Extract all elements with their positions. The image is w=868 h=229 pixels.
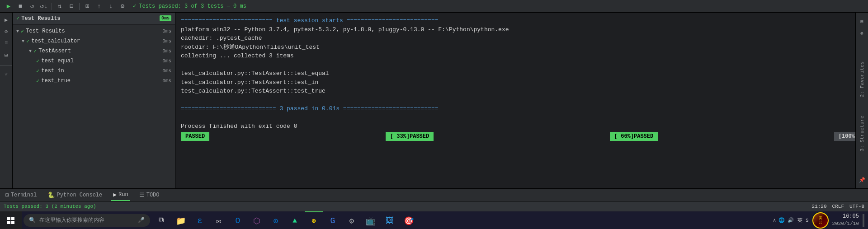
output-line-test3: test_calculator.py::TestAssert::test_tru… [181, 87, 863, 96]
right-vertical-tabs: ⊞ ⊗ 2: Favorites 3: Structure 📌 [855, 13, 868, 188]
status-bar: Tests passed: 3 (2 minutes ago) 21:20 CR… [0, 201, 868, 211]
tab-todo[interactable]: ☰ TODO [137, 189, 161, 201]
tab-python-console[interactable]: 🐍 Python Console [46, 189, 104, 201]
tree-item-time: 0ms [162, 68, 171, 74]
user-avatar[interactable]: 美芸 [812, 212, 829, 229]
outlook-icon: O [236, 216, 241, 225]
arrow-icon: ▼ [22, 39, 24, 44]
show-desktop-button[interactable] [863, 214, 864, 227]
tree-item-equal[interactable]: ✓ test_equal 0ms [13, 56, 175, 66]
svg-rect-2 [7, 221, 10, 224]
tree-item-time: 0ms [162, 58, 171, 64]
check-icon: ✓ [36, 58, 39, 65]
vtab-favorites[interactable]: 2: Favorites [859, 61, 865, 97]
app-edge[interactable]: ε [191, 211, 209, 229]
export-up-button[interactable]: ↑ [94, 1, 104, 11]
tree-item-true[interactable]: ✓ test_true 0ms [13, 76, 175, 86]
vtab-structure[interactable]: 3: Structure [859, 116, 865, 151]
tree-item-label: test_true [41, 78, 71, 84]
app-vs[interactable]: ⬡ [248, 211, 266, 229]
app-tools1[interactable]: ⊙ [267, 211, 285, 229]
tab-run[interactable]: ▶ Run [111, 189, 130, 201]
vs-icon: ⬡ [253, 216, 260, 226]
extra-icon: 🎯 [404, 216, 414, 226]
tree-item-in[interactable]: ✓ test_in 0ms [13, 66, 175, 76]
test-info-status: Tests passed: 3 (2 minutes ago) [4, 204, 96, 209]
vtab-icon-pin[interactable]: 📌 [857, 175, 867, 185]
tree-item-assert[interactable]: ▼ ✓ TestAssert 0ms [13, 46, 175, 56]
taskbar-tray: ∧ 🌐 🔊 英 S 美芸 16:05 2020/1/10 [773, 212, 868, 229]
app-extra[interactable]: 🎯 [400, 211, 418, 229]
vtab-labels: 2: Favorites 3: Structure [859, 38, 865, 175]
app-mail[interactable]: ✉ [210, 211, 228, 229]
rerun-failed-button[interactable]: ↺↓ [39, 1, 49, 11]
output-line-test2: test_calculator.py::TestAssert::test_in [181, 78, 863, 87]
output-line-rootdir: rootdir: F:\秒通OApython\files\unit_test [181, 43, 863, 52]
panel-header-label: Test Results [21, 15, 60, 22]
sort-alpha-button[interactable]: ⇅ [55, 1, 65, 11]
vtab-icon-2[interactable]: ⊗ [857, 28, 867, 38]
tree-item-results[interactable]: ▼ ✓ Test Results 0ms [13, 26, 175, 36]
photo-icon: 🖼 [386, 216, 394, 225]
rerun-button[interactable]: ↺ [27, 1, 37, 11]
sidebar-icon-5[interactable]: ☆ [1, 68, 12, 79]
tab-terminal[interactable]: ⊡ Terminal [4, 189, 38, 201]
export-down-button[interactable]: ↓ [106, 1, 116, 11]
tree-item-time: 0ms [162, 48, 171, 54]
mic-icon: 🎤 [138, 217, 145, 224]
settings-button[interactable]: ⚙ [118, 1, 127, 11]
app-photo[interactable]: 🖼 [381, 211, 399, 229]
tools2-icon: ⚙ [349, 216, 354, 226]
play-button[interactable]: ▶ [4, 1, 14, 11]
output-panel: ========================== test session … [175, 13, 868, 188]
sidebar-icon-3[interactable]: ≡ [1, 38, 12, 49]
app-media[interactable]: 📺 [362, 211, 380, 229]
terminal-icon: ⊡ [5, 192, 9, 199]
sidebar-icon-2[interactable]: ⊙ [1, 26, 12, 37]
app-outlook[interactable]: O [229, 211, 247, 229]
separator-2 [79, 3, 80, 10]
taskbar-search[interactable]: 🔍 在这里输入你要搜索的内容 🎤 [24, 214, 150, 227]
sidebar-icon-1[interactable]: ▶ [1, 14, 12, 25]
system-clock[interactable]: 16:05 2020/1/10 [832, 213, 859, 227]
svg-rect-1 [11, 217, 14, 220]
output-line-blank1 [181, 61, 863, 70]
mail-icon: ✉ [217, 216, 222, 226]
media-icon: 📺 [366, 216, 376, 226]
tray-up-icon[interactable]: ∧ [773, 217, 776, 223]
status-bar-left: Tests passed: 3 (2 minutes ago) [4, 204, 805, 209]
line-col: 21:20 [812, 204, 827, 209]
run-toolbar: ▶ ■ ↺ ↺↓ ⇅ ⊟ ⊞ ↑ ↓ ⚙ ✓ Tests passed: 3 o… [0, 0, 868, 13]
clock-date: 2020/1/10 [832, 220, 859, 227]
tools1-icon: ⊙ [274, 216, 278, 226]
check-icon: ✓ [33, 48, 37, 55]
app-file-explorer[interactable]: 📁 [172, 211, 190, 229]
taskbar-apps: 📁 ε ✉ O ⬡ ⊙ ▲ ⊛ G ⚙ 📺 🖼 🎯 [172, 211, 418, 229]
tab-todo-label: TODO [146, 192, 160, 198]
separator-1 [52, 3, 52, 10]
search-icon: 🔍 [29, 217, 36, 224]
app-active[interactable]: ⊛ [305, 211, 323, 229]
vtab-icon-1[interactable]: ⊞ [857, 16, 867, 26]
header-check-icon: ✓ [16, 15, 19, 22]
check-icon: ✓ [36, 78, 39, 84]
windows-taskbar: 🔍 在这里输入你要搜索的内容 🎤 ⧉ 📁 ε ✉ O ⬡ ⊙ ▲ ⊛ G ⚙ 📺… [0, 211, 868, 229]
sort-duration-button[interactable]: ⊟ [66, 1, 76, 11]
app-pycharm[interactable]: ▲ [286, 211, 304, 229]
header-time-badge: 0ms [160, 15, 171, 21]
tab-run-label: Run [118, 192, 128, 198]
app-browser[interactable]: G [324, 211, 342, 229]
tree-item-calculator[interactable]: ▼ ✓ test_calculator 0ms [13, 36, 175, 46]
task-view-button[interactable]: ⧉ [152, 211, 170, 229]
pycharm-icon: ▲ [292, 217, 297, 225]
encoding-label: UTF-8 [849, 204, 864, 209]
sidebar-icon-4[interactable]: ⊞ [1, 50, 12, 61]
start-button[interactable] [0, 211, 22, 229]
expand-button[interactable]: ⊞ [82, 1, 92, 11]
app-tools2[interactable]: ⚙ [343, 211, 361, 229]
system-tray-icons: ∧ 🌐 🔊 [773, 217, 794, 223]
tree-item-label: test_calculator [31, 38, 80, 44]
tray-lang: 英 S [797, 217, 808, 224]
test-passed-label: Tests passed: 3 of 3 tests — 0 ms [139, 3, 246, 9]
stop-button[interactable]: ■ [15, 1, 25, 11]
